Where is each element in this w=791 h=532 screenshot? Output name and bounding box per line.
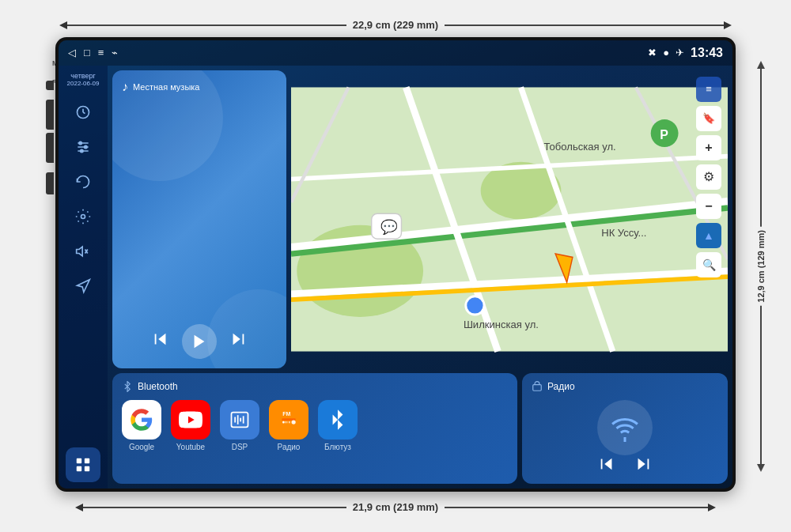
back-nav-icon[interactable]: ◁: [68, 47, 76, 58]
radio-controls: [532, 455, 718, 477]
bt-icon-circle: [318, 400, 358, 440]
side-button-1[interactable]: [46, 81, 54, 90]
top-arrow-right: [724, 21, 732, 29]
dsp-app-label: DSP: [232, 443, 248, 451]
bottom-dimension-line: 21,9 cm (219 mm): [75, 499, 716, 516]
svg-marker-20: [195, 334, 205, 348]
svg-point-8: [81, 149, 83, 152]
map-search-btn[interactable]: 🔍: [696, 252, 721, 277]
device-shell: ◁ □ ≡ ⌁ ✖ ● ✈ 13:43 четверг: [55, 37, 736, 492]
sidebar-navigation-btn[interactable]: [67, 270, 99, 302]
map-zoom-out-btn[interactable]: −: [696, 194, 721, 219]
svg-text:FM: FM: [282, 410, 290, 416]
status-bar-left: ◁ □ ≡ ⌁: [68, 47, 648, 58]
radio-prev-btn[interactable]: [598, 455, 615, 477]
radio-icon-circle: FM: [269, 400, 308, 440]
sidebar-settings-btn[interactable]: [67, 201, 99, 232]
bottom-row: Bluetooth Google: [112, 373, 728, 484]
svg-line-2: [83, 112, 85, 114]
bluetooth-widget: Bluetooth Google: [112, 373, 517, 484]
google-app-icon[interactable]: Google: [122, 400, 161, 451]
antenna-icon: [597, 400, 653, 455]
music-note-icon: ♪: [122, 80, 128, 94]
svg-point-7: [85, 145, 87, 148]
left-sidebar: четверг 2022-06-09: [59, 66, 108, 489]
radio-app-icon[interactable]: FM Радио: [269, 400, 308, 451]
svg-marker-18: [158, 334, 165, 345]
bottom-dimension-label: 21,9 cm (219 mm): [346, 501, 445, 513]
usb-icon: ⌁: [112, 47, 118, 58]
bottom-arrow-left: [75, 504, 83, 511]
svg-marker-21: [233, 334, 240, 345]
radio-widget-header: Радио: [532, 381, 718, 392]
map-zoom-in-btn[interactable]: +: [696, 135, 721, 160]
svg-marker-62: [638, 458, 645, 470]
map-controls: ≡ 🔖 + ⚙ − ▲ 🔍: [696, 77, 721, 277]
top-dimension-label: 22,9 cm (229 mm): [346, 19, 445, 31]
radio-app-label: Радио: [278, 443, 301, 451]
dsp-app-icon[interactable]: DSP: [220, 400, 259, 451]
svg-rect-52: [286, 421, 287, 423]
bluetooth-status-icon: ✖: [648, 47, 657, 58]
bluetooth-app-icon[interactable]: Блютуз: [318, 400, 358, 451]
music-title: Местная музыка: [133, 82, 199, 92]
home-icon[interactable]: □: [84, 47, 90, 58]
svg-text:Шилкинская ул.: Шилкинская ул.: [464, 319, 539, 330]
svg-text:Тобольская ул.: Тобольская ул.: [544, 141, 616, 153]
bt-widget-header: Bluetooth: [122, 381, 508, 392]
bluetooth-header-icon: [122, 381, 133, 392]
dsp-icon-circle: [220, 400, 259, 440]
right-dimension-line: 12,9 cm (129 mm): [750, 61, 772, 472]
svg-rect-53: [287, 421, 288, 423]
sidebar-bottom: [66, 447, 100, 482]
music-widget: ♪ Местная музыка: [112, 70, 286, 368]
radio-widget-title: Радио: [547, 381, 575, 392]
svg-point-6: [79, 141, 81, 144]
svg-rect-57: [533, 384, 542, 391]
bluetooth-app-label: Блютуз: [324, 443, 351, 451]
radio-header-icon: [532, 381, 543, 392]
main-content: четверг 2022-06-09: [59, 66, 732, 489]
radio-next-btn[interactable]: [634, 455, 652, 477]
svg-rect-54: [289, 421, 290, 423]
top-row: ♪ Местная музыка: [112, 70, 728, 368]
side-button-4[interactable]: [46, 172, 54, 194]
wifi-icon: ✈: [676, 47, 684, 58]
sidebar-volume-btn[interactable]: [67, 236, 99, 267]
menu-icon[interactable]: ≡: [98, 47, 104, 58]
side-button-2[interactable]: [46, 100, 54, 130]
status-bar-right: ✖ ● ✈ 13:43: [648, 46, 723, 60]
radio-widget: Радио: [522, 373, 728, 484]
diagram-container: 22,9 cm (229 mm) 21,9 cm (219 mm) 12,9 c…: [16, 13, 775, 519]
sidebar-undo-btn[interactable]: [67, 166, 99, 198]
sidebar-clock-btn[interactable]: [67, 96, 99, 128]
next-track-btn[interactable]: [229, 330, 247, 352]
play-pause-btn[interactable]: [182, 324, 217, 359]
svg-rect-51: [282, 421, 285, 423]
sidebar-equalizer-btn[interactable]: [67, 131, 99, 163]
map-bookmark-icon: 🔖: [696, 106, 721, 131]
center-area: ♪ Местная музыка: [108, 66, 732, 489]
svg-text:💬: 💬: [380, 218, 398, 236]
location-icon: ●: [663, 47, 669, 58]
svg-rect-44: [232, 412, 248, 427]
map-north-icon: ▲: [696, 223, 721, 248]
right-arrow-bottom: [757, 464, 765, 472]
music-title-row: ♪ Местная музыка: [122, 80, 277, 94]
date-display: четверг 2022-06-09: [67, 72, 100, 87]
map-widget[interactable]: Тобольская ул. НК Уссу... Шилкинская ул.…: [291, 70, 728, 368]
status-bar: ◁ □ ≡ ⌁ ✖ ● ✈ 13:43: [59, 40, 732, 66]
svg-rect-16: [77, 466, 81, 470]
svg-text:НК Уссу...: НК Уссу...: [601, 227, 646, 239]
prev-track-btn[interactable]: [152, 330, 169, 352]
svg-marker-13: [78, 279, 90, 292]
screen: ◁ □ ≡ ⌁ ✖ ● ✈ 13:43 четверг: [59, 40, 732, 489]
map-settings-icon[interactable]: ⚙: [696, 164, 721, 190]
music-controls: [122, 324, 277, 359]
apps-grid-btn[interactable]: [66, 447, 100, 482]
svg-point-55: [292, 420, 296, 424]
day-name: четверг: [67, 72, 100, 80]
side-button-3[interactable]: [46, 133, 54, 163]
google-app-label: Google: [129, 443, 154, 451]
youtube-app-icon[interactable]: Youtube: [171, 400, 210, 451]
